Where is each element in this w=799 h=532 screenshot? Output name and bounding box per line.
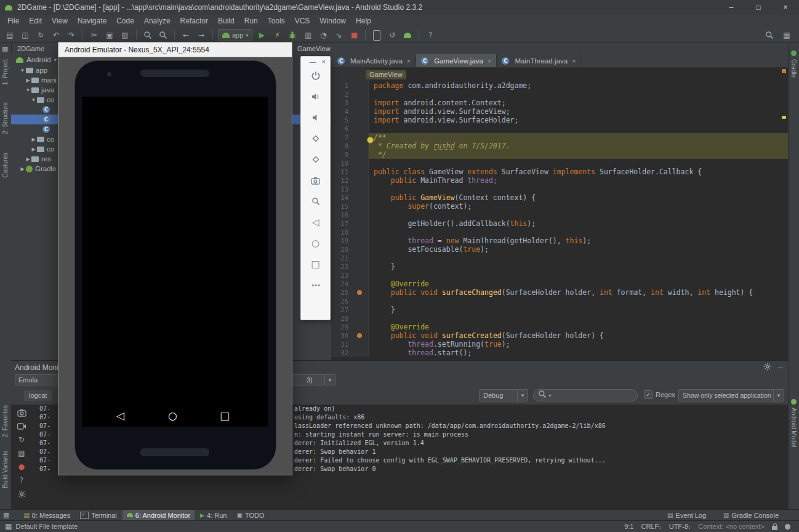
menu-code[interactable]: Code (111, 15, 139, 28)
editor-tab-mainthread-java[interactable]: CMainThread.java× (497, 54, 581, 67)
sync-icon[interactable]: ↻ (34, 29, 47, 41)
run-icon[interactable]: ▶ (255, 29, 268, 41)
caret-position[interactable]: 9:1 (624, 523, 633, 530)
intention-bulb-icon[interactable] (367, 137, 374, 143)
lock-icon[interactable] (772, 526, 777, 530)
tool-tab-gradle[interactable]: Gradle (790, 59, 797, 78)
toolwindow-tab-todo[interactable]: ▣TODO (232, 510, 268, 521)
menu-build[interactable]: Build (213, 15, 239, 28)
device-back-icon[interactable]: ◁ (116, 409, 124, 422)
menu-tools[interactable]: Tools (263, 15, 290, 28)
zoom-icon[interactable] (305, 191, 327, 212)
toolwindow-tab-0-messages[interactable]: ▤0: Messages (19, 510, 74, 521)
logcat-tab[interactable]: logcat (24, 390, 52, 401)
emulator-title-bar[interactable]: Android Emulator - Nexus_5X_API_24:5554 (58, 42, 292, 57)
sync-gradle-icon[interactable]: ↺ (386, 29, 398, 41)
run-config-combo[interactable]: app▾ (218, 29, 252, 41)
tab-close-icon[interactable]: × (488, 57, 491, 65)
toolwindow-tab-4-run[interactable]: ▶4: Run (196, 510, 231, 521)
save-all-icon[interactable]: ◫ (19, 29, 31, 41)
editor-tab-mainactivity-java[interactable]: CMainActivity.java× (332, 54, 416, 67)
paste-icon[interactable]: ▨ (119, 29, 131, 41)
rotate-left-icon[interactable] (305, 128, 327, 149)
avd-manager-icon[interactable] (371, 29, 383, 41)
hide-panel-icon[interactable]: ─ (777, 363, 783, 372)
menu-vcs[interactable]: VCS (290, 15, 315, 28)
tool-windows-quick-icon[interactable]: ▦ (2, 45, 8, 53)
find-icon[interactable] (142, 29, 154, 41)
emulator-window[interactable]: Android Emulator - Nexus_5X_API_24:5554 … (58, 42, 292, 475)
breadcrumb-current[interactable]: GameView (297, 45, 331, 52)
rotate-right-icon[interactable] (305, 149, 327, 170)
redo-icon[interactable]: ↷ (65, 29, 78, 41)
tool-windows-icon[interactable]: ▦ (781, 29, 793, 41)
minimize-button[interactable]: – (718, 0, 745, 15)
help-icon[interactable]: ? (424, 29, 436, 41)
editor-tab-gameview-java[interactable]: CGameView.java× (416, 54, 497, 67)
tool-tab-2-structure[interactable]: 2: Structure (2, 102, 9, 134)
stop-icon[interactable]: ■ (348, 29, 360, 41)
menu-refactor[interactable]: Refactor (175, 15, 213, 28)
tab-close-icon[interactable]: × (572, 57, 576, 65)
line-separator-widget[interactable]: CRLF↕ (641, 523, 661, 530)
override-marker-icon[interactable] (357, 333, 362, 338)
maximize-button[interactable]: □ (745, 0, 772, 15)
menu-view[interactable]: View (47, 15, 73, 28)
gear-icon[interactable] (763, 363, 771, 373)
screenshot-icon[interactable] (305, 170, 327, 191)
menu-navigate[interactable]: Navigate (73, 15, 111, 28)
attach-debugger-icon[interactable]: ↘ (332, 29, 345, 41)
menu-window[interactable]: Window (315, 15, 351, 28)
override-marker-icon[interactable] (357, 290, 362, 295)
encoding-widget[interactable]: UTF-8↕ (669, 523, 691, 530)
toolwindow-tab-event-log[interactable]: ▤Event Log (663, 510, 710, 521)
close-button[interactable]: × (772, 0, 799, 15)
toolwindow-tab-6-android-monitor[interactable]: 6: Android Monitor (122, 510, 195, 521)
back-icon[interactable]: ◁ (305, 212, 327, 233)
breadcrumb-root[interactable]: 2DGame (17, 45, 44, 52)
tool-tab-1-project[interactable]: 1: Project (2, 59, 9, 85)
menu-analyze[interactable]: Analyze (139, 15, 175, 28)
context-widget[interactable]: Context: <no context> (698, 523, 765, 530)
editor-breadcrumb[interactable]: GameView (366, 70, 406, 79)
menu-run[interactable]: Run (239, 15, 263, 28)
tool-tab-captures[interactable]: Captures (2, 153, 9, 178)
code-editor[interactable]: GameView 1package com.androidauthority.a… (331, 68, 788, 360)
filter-mode-combo[interactable]: Show only selected application ▼ (678, 389, 784, 401)
menu-help[interactable]: Help (351, 15, 376, 28)
sdk-manager-icon[interactable] (401, 29, 414, 41)
tool-tab-2-favorites[interactable]: 2: Favorites (2, 405, 9, 437)
copy-icon[interactable]: ▣ (103, 29, 116, 41)
tool-tab-build-variants[interactable]: Build Variants (2, 451, 9, 488)
back-icon[interactable]: ← (180, 29, 192, 41)
forward-icon[interactable]: → (195, 29, 207, 41)
device-overview-icon[interactable]: □ (220, 409, 230, 422)
tab-close-icon[interactable]: × (407, 57, 411, 65)
regex-checkbox[interactable]: ✓ (644, 390, 652, 399)
open-icon[interactable]: ▤ (4, 29, 16, 41)
coverage-icon[interactable]: ▥ (302, 29, 314, 41)
logcat-search-input[interactable]: ▼ (533, 389, 638, 401)
more-icon[interactable]: ••• (305, 275, 327, 296)
log-level-combo[interactable]: Debug ▼ (479, 389, 528, 401)
undo-icon[interactable]: ↶ (50, 29, 62, 41)
emulator-close-button[interactable]: × (322, 58, 326, 65)
error-stripe-mark[interactable] (782, 116, 786, 119)
menu-file[interactable]: File (2, 15, 24, 28)
tool-window-toggle-icon[interactable]: ▦ (3, 511, 9, 519)
toolwindow-tab-gradle-console[interactable]: ▥Gradle Console (719, 510, 783, 521)
search-everywhere-icon[interactable] (763, 29, 776, 41)
apply-changes-icon[interactable]: ⚡ (271, 29, 283, 41)
emulator-screen[interactable]: ◁ ○ □ (82, 97, 268, 427)
profiler-icon[interactable]: ◔ (317, 29, 329, 41)
volume-up-icon[interactable] (305, 86, 327, 107)
device-home-icon[interactable]: ○ (168, 409, 177, 422)
overview-icon[interactable]: □ (305, 254, 327, 275)
volume-down-icon[interactable] (305, 107, 327, 128)
hector-icon[interactable] (785, 524, 790, 530)
emulator-minimize-button[interactable]: — (310, 58, 316, 65)
debug-icon[interactable] (286, 29, 299, 41)
power-icon[interactable] (305, 65, 327, 86)
error-stripe-mark[interactable] (782, 69, 786, 73)
cut-icon[interactable]: ✂ (88, 29, 100, 41)
